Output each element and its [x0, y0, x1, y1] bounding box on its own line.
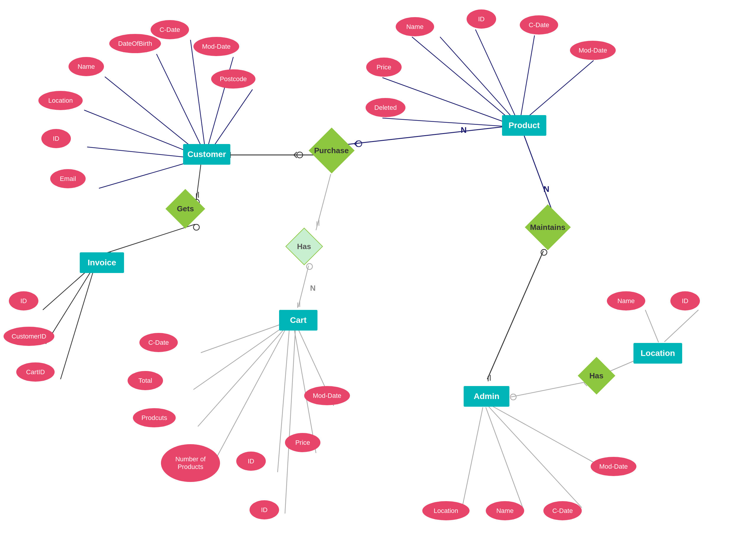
svg-line-46	[193, 322, 291, 389]
svg-line-17	[46, 266, 95, 344]
svg-line-53	[524, 136, 552, 210]
svg-line-5	[190, 40, 205, 150]
svg-line-4	[157, 54, 204, 151]
attr-admin-name: Name	[486, 501, 524, 520]
attr-cart-moddate: Mod-Date	[304, 386, 350, 405]
svg-line-40	[298, 266, 309, 307]
svg-line-52	[285, 330, 295, 514]
attr-inv-id: ID	[9, 291, 38, 310]
entity-customer-label: Customer	[188, 150, 226, 159]
attr-cust-name: Name	[69, 57, 104, 76]
attr-prod-deleted: Deleted	[366, 98, 405, 117]
svg-point-15	[193, 224, 199, 230]
svg-line-37	[316, 174, 331, 230]
svg-line-72	[664, 310, 698, 342]
rel-purchase-label: Purchase	[314, 146, 349, 155]
attr-cust-cdate: C-Date	[151, 20, 189, 39]
attr-cart-total: Total	[128, 371, 163, 390]
rel-has-loc-label: Has	[589, 371, 604, 380]
entity-admin-label: Admin	[474, 392, 499, 401]
svg-line-64	[511, 382, 585, 397]
svg-line-24	[346, 127, 502, 145]
attr-inv-cartid: CartID	[16, 362, 55, 382]
svg-line-71	[645, 310, 659, 342]
svg-line-32	[520, 35, 535, 123]
attr-cart-id2: ID	[250, 500, 279, 519]
svg-line-7	[210, 89, 252, 152]
svg-line-30	[440, 37, 517, 123]
entity-cart-label: Cart	[290, 315, 307, 325]
entity-location: Location	[633, 343, 682, 363]
svg-line-35	[382, 78, 514, 126]
attr-admin-cdate: C-Date	[543, 501, 582, 520]
svg-text:N: N	[461, 126, 467, 135]
entity-location-label: Location	[641, 348, 675, 358]
attr-cart-numprods: Number of Products	[161, 444, 220, 482]
svg-line-2	[87, 147, 193, 158]
attr-admin-moddate: Mod-Date	[591, 457, 636, 476]
entity-invoice-label: Invoice	[88, 258, 116, 268]
svg-line-1	[84, 110, 195, 154]
entity-admin: Admin	[464, 386, 509, 407]
rel-has-cart-label: Has	[297, 242, 311, 251]
attr-cart-cdate: C-Date	[139, 333, 178, 352]
svg-line-47	[198, 323, 289, 426]
attr-cust-email: Email	[50, 169, 86, 188]
attr-prod-price: Price	[366, 58, 402, 77]
entity-customer: Customer	[183, 144, 230, 165]
attr-loc-name: Name	[607, 291, 645, 310]
svg-line-45	[201, 320, 292, 353]
svg-text:N: N	[543, 185, 549, 194]
svg-line-36	[382, 118, 513, 127]
attr-cust-moddate: Mod-Date	[193, 37, 239, 56]
svg-line-60	[462, 407, 483, 508]
svg-line-61	[486, 407, 523, 508]
svg-point-59	[541, 250, 547, 255]
svg-line-3	[99, 161, 193, 188]
attr-prod-name: Name	[396, 17, 434, 36]
entity-product-label: Product	[509, 121, 540, 130]
svg-line-49	[278, 327, 289, 472]
rel-maintains-label: Maintains	[530, 223, 566, 232]
svg-line-18	[61, 267, 95, 379]
attr-inv-custid: CustomerID	[4, 327, 54, 346]
svg-line-34	[412, 37, 515, 124]
svg-point-44	[307, 264, 312, 270]
svg-text:N: N	[310, 283, 316, 292]
attr-prod-id: ID	[467, 9, 496, 29]
entity-cart: Cart	[279, 310, 317, 330]
attr-cust-loc: Location	[38, 91, 83, 110]
attr-prod-moddate: Mod-Date	[570, 41, 616, 60]
attr-prod-cdate: C-Date	[520, 15, 558, 35]
entity-invoice: Invoice	[80, 252, 124, 273]
attr-cust-dob: DateOfBirth	[109, 34, 161, 53]
rel-gets-label: Gets	[177, 204, 194, 214]
attr-cart-products: Prodcuts	[133, 408, 176, 427]
attr-cust-id: ID	[41, 129, 71, 148]
attr-cart-price: Price	[285, 433, 320, 452]
svg-line-12	[102, 224, 195, 255]
attr-cart-id: ID	[236, 451, 266, 471]
attr-cust-postcode: Postcode	[211, 69, 255, 89]
attr-admin-loc: Location	[422, 501, 470, 520]
entity-product: Product	[502, 115, 546, 136]
svg-line-62	[489, 407, 582, 508]
svg-line-33	[521, 61, 594, 123]
attr-loc-id: ID	[670, 291, 700, 310]
svg-line-48	[213, 325, 288, 465]
svg-line-56	[487, 251, 543, 379]
